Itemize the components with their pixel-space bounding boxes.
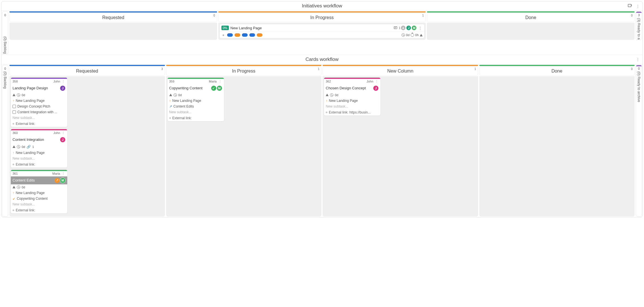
col-body[interactable]: 359 Maria ⋮ Copywriting Content ↙ M	[166, 76, 322, 217]
card-menu-icon[interactable]: ⋮	[61, 80, 66, 83]
avatar-m[interactable]: M	[217, 85, 222, 91]
child-pill[interactable]	[235, 33, 240, 37]
days-value: 0d	[335, 93, 338, 97]
card-owner: Maria	[52, 172, 60, 175]
col-body[interactable]: 0% New Landing Page 1 J M ⋮	[218, 23, 426, 40]
priority-icon	[169, 94, 172, 96]
col-count: 1	[318, 67, 319, 71]
col-header-inprogress[interactable]: In Progress 1	[218, 13, 426, 22]
parent-link[interactable]: New Landing Page	[16, 191, 44, 195]
card-menu-icon[interactable]: ⋮	[374, 80, 379, 83]
parent-link[interactable]: New Landing Page	[16, 99, 44, 103]
external-link[interactable]: External link:	[172, 116, 192, 120]
new-subtask-input[interactable]: New subtask...	[324, 104, 380, 109]
col-title: In Progress	[310, 15, 334, 20]
workflow-settings-icon[interactable]	[627, 3, 633, 9]
initiatives-menu-icon[interactable]: ⋮	[635, 4, 640, 8]
col-header-requested[interactable]: Requested 0	[9, 13, 217, 22]
card-menu-icon[interactable]: ⋮	[418, 26, 423, 30]
init-col-inprogress: In Progress 1 0% New Landing Page 1	[218, 11, 426, 40]
col-header[interactable]: Done 0	[479, 67, 635, 76]
avatar-j[interactable]: J	[60, 85, 66, 91]
card-title: Content Edits	[13, 178, 53, 182]
priority-icon	[13, 186, 15, 188]
task-card-362[interactable]: 362 John ⋮ Chosen Design Concept J 0d	[324, 77, 381, 116]
child-pill[interactable]	[249, 33, 255, 37]
subtask-label[interactable]: Design Concept Pitch	[17, 104, 50, 108]
archive-label: (3) Ready to a	[637, 18, 641, 40]
initiatives-backlog-tab-ext[interactable]: (0) Backlog	[2, 40, 8, 54]
days-value: 0d	[22, 93, 25, 97]
col-body[interactable]	[427, 23, 635, 40]
card-id: 359	[169, 80, 174, 83]
initiatives-archive-tab[interactable]: 3 (3) Ready to a	[636, 11, 642, 40]
external-link[interactable]: External link: https://busin...	[329, 110, 371, 114]
col-bar	[218, 11, 426, 13]
svg-point-4	[403, 27, 404, 28]
new-subtask-input[interactable]: New subtask...	[11, 201, 67, 207]
avatar-j[interactable]: J	[406, 25, 411, 30]
col-body[interactable]: 362 John ⋮ Chosen Design Concept J 0d	[323, 76, 478, 217]
parent-link[interactable]: New Landing Page	[16, 151, 44, 155]
col-title: Done	[551, 69, 562, 74]
card-owner: John	[53, 80, 60, 83]
avatar-m[interactable]: M	[60, 178, 66, 183]
subtask-label[interactable]: Content Integration with ...	[17, 110, 57, 114]
col-bar	[9, 65, 165, 66]
link-dot-icon	[13, 123, 14, 125]
child-pill[interactable]	[242, 33, 248, 37]
col-body[interactable]: 358 John ⋮ Landing Page Design J 0d	[9, 76, 165, 217]
card-menu-icon[interactable]: ⋮	[61, 172, 66, 176]
col-header-done[interactable]: Done 0	[427, 13, 635, 22]
initiative-card[interactable]: 0% New Landing Page 1 J M ⋮	[219, 24, 425, 38]
link-dot-icon	[169, 117, 171, 119]
clock-icon	[17, 186, 20, 189]
avatar-m[interactable]: M	[411, 25, 417, 30]
avatar-j[interactable]: J	[60, 137, 66, 143]
task-card-361[interactable]: 361 Maria ⋮ Content Edits ↗ M 0d	[11, 170, 68, 214]
col-count: 0	[631, 67, 633, 71]
checkbox-icon[interactable]	[13, 110, 16, 114]
child-pill[interactable]	[257, 33, 262, 37]
archive-count: 3	[638, 13, 640, 17]
days-value: 0d	[178, 93, 182, 97]
cards-workflow-header: Cards workflow ⋮	[1, 55, 643, 64]
priority-icon	[326, 94, 329, 96]
task-card-358[interactable]: 358 John ⋮ Landing Page Design J 0d	[11, 77, 68, 127]
new-subtask-input[interactable]: New subtask...	[11, 156, 67, 161]
parent-link-icon: ↑	[326, 99, 327, 103]
col-header[interactable]: Requested 3	[9, 67, 165, 76]
checkbox-icon[interactable]	[13, 105, 16, 108]
child-pill[interactable]	[227, 33, 233, 37]
col-header[interactable]: In Progress 1	[166, 67, 322, 76]
attach-count: 1	[32, 145, 34, 149]
col-bar	[323, 65, 478, 66]
card-menu-icon[interactable]: ⋮	[218, 80, 222, 83]
col-body[interactable]	[479, 76, 635, 217]
successor-link[interactable]: Content Edits	[174, 104, 194, 108]
new-subtask-input[interactable]: New subtask...	[11, 115, 67, 121]
cards-lane: 0 (0) Backlog Requested 3 358 John	[1, 64, 643, 217]
col-body[interactable]	[9, 23, 217, 40]
cards-menu-icon[interactable]: ⋮	[635, 57, 640, 61]
cards-backlog-tab[interactable]: 0 (0) Backlog	[2, 65, 8, 217]
add-child-icon[interactable]: +	[221, 33, 225, 37]
parent-link[interactable]: New Landing Page	[329, 99, 358, 103]
initiatives-title: Initiatives workflow	[302, 3, 342, 9]
parent-link[interactable]: New Landing Page	[172, 99, 201, 103]
initiatives-backlog-tab[interactable]: 0	[2, 11, 8, 40]
cards-archive-tab[interactable]: 0 (0) Ready to archive	[636, 65, 642, 217]
predecessor-link[interactable]: Copywriting Content	[17, 197, 48, 201]
new-subtask-input[interactable]: New subtask...	[168, 109, 224, 115]
col-bar	[479, 65, 635, 66]
task-card-360[interactable]: 360 John ⋮ Content Integration J 0d	[11, 129, 68, 168]
avatar[interactable]	[401, 25, 406, 30]
col-header[interactable]: New Column 1	[323, 67, 478, 76]
avatar-j[interactable]: J	[373, 85, 379, 91]
task-card-359[interactable]: 359 Maria ⋮ Copywriting Content ↙ M	[167, 77, 224, 121]
external-link[interactable]: External link:	[16, 122, 35, 126]
external-link[interactable]: External link:	[16, 208, 35, 212]
archive-count: 0	[638, 67, 640, 70]
card-menu-icon[interactable]: ⋮	[61, 131, 66, 135]
external-link[interactable]: External link:	[16, 162, 35, 166]
